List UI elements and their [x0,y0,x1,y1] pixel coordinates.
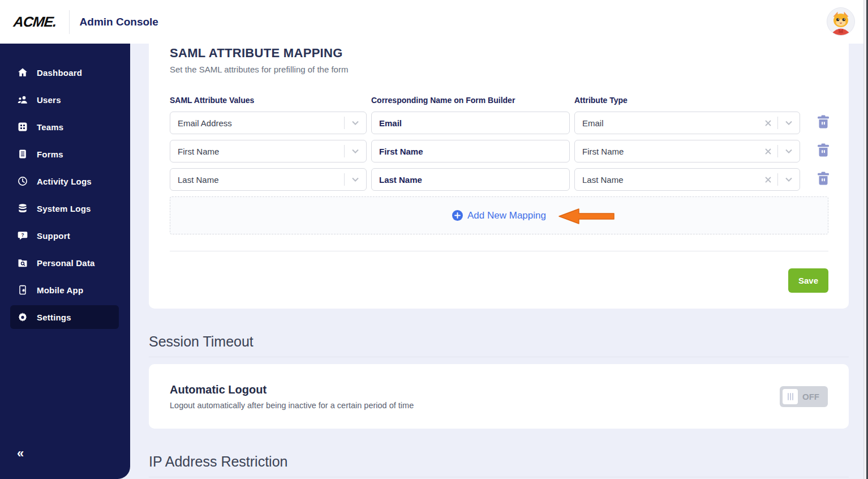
forms-document-icon [17,148,28,160]
add-new-mapping-label: Add New Mapping [467,210,546,221]
mapping-row: Last Name Last Name [170,168,828,191]
sidebar-item-activity-logs[interactable]: Activity Logs [10,169,119,193]
main-content: SAML ATTRIBUTE MAPPING Set the SAML attr… [130,44,863,479]
clock-icon [17,176,28,187]
sidebar-nav: Dashboard Users Teams Forms Activity Log… [0,44,130,479]
column-header-attribute-values: SAML Attribute Values [170,96,367,105]
orange-arrow-left-annotation [558,208,615,224]
add-mapping-dropzone: Add New Mapping [170,196,828,234]
sidebar-item-system-logs[interactable]: System Logs [10,196,119,220]
sidebar-item-label: Settings [37,313,71,322]
svg-text:?: ? [21,232,24,238]
attribute-type-select[interactable]: Email [574,112,800,134]
gear-icon [17,311,28,323]
toggle-knob [783,389,798,404]
automatic-logout-description: Logout automatically after being inactiv… [170,401,414,410]
column-header-attribute-type: Attribute Type [574,96,800,105]
select-value: First Name [582,147,758,156]
app-title: Admin Console [80,16,158,28]
select-value: Last Name [178,175,344,185]
acme-logo: ACME. [12,14,57,30]
text-input-field[interactable] [379,175,569,185]
saml-section-title: SAML ATTRIBUTE MAPPING [170,46,828,61]
x-clear-icon[interactable] [758,148,777,155]
vertical-scrollbar[interactable] [863,0,868,479]
sidebar-item-teams[interactable]: Teams [10,115,119,139]
automatic-logout-card: Automatic Logout Logout automatically af… [149,364,849,429]
toggle-state-label: OFF [802,392,819,401]
x-clear-icon[interactable] [758,120,777,126]
session-timeout-heading: Session Timeout [149,333,849,350]
top-header: ACME. Admin Console [0,0,868,44]
trash-icon[interactable] [817,115,830,129]
cat-avatar-icon [827,8,854,35]
sidebar-item-label: Personal Data [37,258,95,268]
database-icon [17,203,28,214]
folder-search-icon [17,257,28,268]
collapse-chevrons-icon: « [17,446,23,460]
sidebar-item-label: Dashboard [37,68,82,78]
saml-attribute-select[interactable]: Email Address [170,112,367,134]
form-builder-name-input[interactable] [371,168,570,191]
sidebar-item-label: Support [37,231,70,241]
select-value: First Name [178,147,344,156]
user-avatar[interactable] [827,7,855,36]
chevron-down-icon[interactable] [778,121,800,125]
add-new-mapping-button[interactable]: Add New Mapping [452,210,546,221]
sidebar-item-forms[interactable]: Forms [10,142,119,166]
sidebar-item-settings[interactable]: Settings [10,305,119,329]
sidebar-item-personal-data[interactable]: Personal Data [10,251,119,275]
text-input-field[interactable] [379,118,569,128]
mobile-gear-icon [17,284,28,296]
users-icon [17,94,28,105]
sidebar-item-users[interactable]: Users [10,88,119,112]
sidebar-item-dashboard[interactable]: Dashboard [10,61,119,84]
sidebar-item-label: Forms [37,149,63,159]
plus-circle-icon [452,210,463,221]
chevron-down-icon[interactable] [778,149,800,153]
saml-section-subtitle: Set the SAML attributes for prefilling o… [170,65,828,74]
sidebar-collapse-button[interactable]: « [17,446,23,461]
saml-mapping-card: SAML ATTRIBUTE MAPPING Set the SAML attr… [149,44,849,309]
sidebar-item-label: System Logs [37,204,91,213]
section-divider [149,477,849,477]
text-input-field[interactable] [379,147,569,156]
save-button[interactable]: Save [788,268,828,293]
mapping-row: Email Address Email [170,112,828,134]
sidebar-item-support[interactable]: ? Support [10,224,119,247]
section-divider [149,357,849,357]
trash-icon[interactable] [817,172,830,185]
chevron-down-icon[interactable] [345,149,366,153]
sidebar-item-mobile-app[interactable]: Mobile App [10,278,119,302]
select-value: Email Address [178,118,344,128]
chevron-down-icon[interactable] [778,177,800,182]
header-divider [69,10,70,34]
x-clear-icon[interactable] [758,177,777,183]
teams-grid-icon [17,121,28,132]
attribute-type-select[interactable]: Last Name [574,168,800,191]
column-header-form-name: Corresponding Name on Form Builder [371,96,570,105]
automatic-logout-title: Automatic Logout [170,383,414,396]
automatic-logout-toggle[interactable]: OFF [780,386,828,407]
trash-icon[interactable] [817,143,830,157]
sidebar-item-label: Activity Logs [37,177,92,186]
saml-attribute-select[interactable]: First Name [170,140,367,162]
sidebar-item-label: Mobile App [37,285,83,295]
ip-restriction-heading: IP Address Restriction [149,454,849,470]
attribute-type-select[interactable]: First Name [574,140,800,162]
form-builder-name-input[interactable] [371,112,570,134]
sidebar-item-label: Users [37,95,61,105]
chevron-down-icon[interactable] [345,177,366,182]
select-value: Last Name [582,175,758,185]
card-divider [170,251,828,251]
saml-attribute-select[interactable]: Last Name [170,168,367,191]
sidebar-item-label: Teams [37,122,63,132]
mapping-row: First Name First Name [170,140,828,162]
chevron-down-icon[interactable] [345,121,366,125]
form-builder-name-input[interactable] [371,140,570,162]
help-chat-icon: ? [17,230,28,241]
home-icon [17,67,28,78]
mapping-column-headers: SAML Attribute Values Corresponding Name… [170,96,828,105]
select-value: Email [582,118,758,128]
